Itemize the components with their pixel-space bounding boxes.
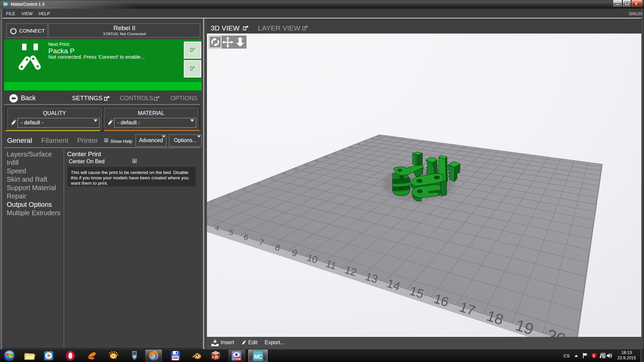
svg-text:R: R	[215, 355, 218, 360]
svg-text:MC: MC	[254, 354, 262, 360]
svg-text:P: P	[212, 356, 214, 359]
svg-text:C: C	[593, 354, 595, 358]
svg-text:PDF: PDF	[235, 357, 241, 361]
